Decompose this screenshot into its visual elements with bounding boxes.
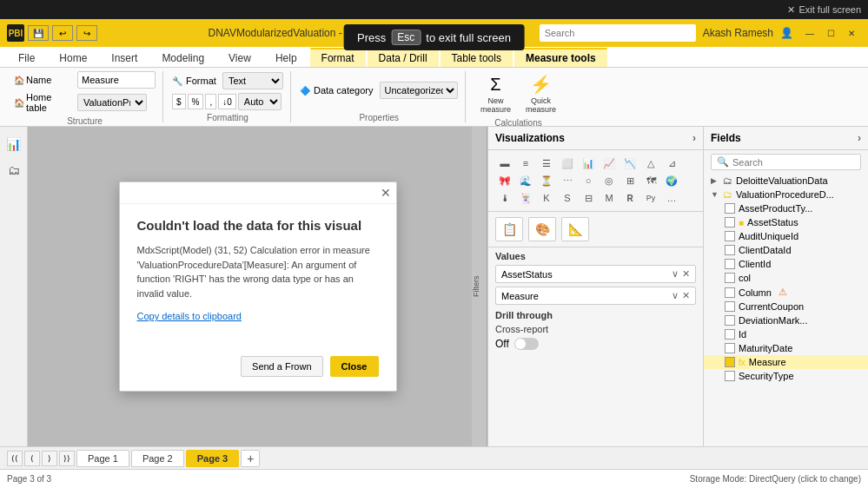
- viz-more[interactable]: …: [662, 190, 681, 206]
- tab-insert[interactable]: Insert: [100, 49, 149, 67]
- auto-select[interactable]: Auto: [238, 93, 282, 110]
- viz-line[interactable]: 📉: [620, 155, 639, 171]
- data-view-icon[interactable]: 🗂: [3, 160, 24, 181]
- tree-item-col[interactable]: col: [704, 271, 868, 285]
- tree-item-clientdataid[interactable]: ClientDataId: [704, 243, 868, 257]
- viz-map[interactable]: 🗺: [641, 173, 660, 188]
- page-tab-2[interactable]: Page 2: [131, 450, 184, 467]
- tree-item-audituniqueid[interactable]: AuditUniqueId: [704, 229, 868, 243]
- tab-measure-tools[interactable]: Measure tools: [514, 48, 607, 67]
- viz-clustered-bar[interactable]: ≡: [516, 155, 535, 171]
- fields-bucket-button[interactable]: 📋: [495, 217, 523, 241]
- audituniqueid-checkbox[interactable]: [725, 231, 735, 241]
- page-tab-1[interactable]: Page 1: [76, 450, 129, 467]
- tree-item-clientid[interactable]: ClientId: [704, 257, 868, 271]
- viz-100-column[interactable]: 📈: [600, 155, 619, 171]
- viz-slicer[interactable]: S: [558, 190, 577, 206]
- viz-table[interactable]: ⊟: [579, 190, 598, 206]
- viz-r-visual[interactable]: R: [620, 190, 639, 206]
- viz-line-col[interactable]: ⊿: [662, 155, 681, 171]
- securitytype-checkbox[interactable]: [725, 371, 735, 381]
- column-checkbox[interactable]: [725, 287, 735, 298]
- assetstatus-checkbox[interactable]: [725, 217, 735, 228]
- tree-item-securitytype[interactable]: SecurityType: [704, 369, 868, 383]
- copy-details-link[interactable]: Copy details to clipboard: [137, 311, 379, 321]
- titlebar-search-input[interactable]: [540, 24, 696, 42]
- clientid-checkbox[interactable]: [725, 259, 735, 269]
- analytics-button[interactable]: 📐: [561, 217, 589, 241]
- format-visual-button[interactable]: 🎨: [528, 217, 556, 241]
- viz-donut[interactable]: ◎: [600, 173, 619, 188]
- cross-report-toggle[interactable]: [514, 338, 539, 350]
- tree-item-measure[interactable]: fx Measure: [704, 355, 868, 369]
- viz-clustered-column[interactable]: 📊: [579, 155, 598, 171]
- window-close-button[interactable]: ✕: [842, 26, 861, 40]
- tree-item-id[interactable]: Id: [704, 327, 868, 341]
- tab-help[interactable]: Help: [264, 49, 308, 67]
- viz-gauge[interactable]: 🌡: [495, 190, 514, 206]
- asset-status-field[interactable]: AssetStatus ∨ ✕: [495, 265, 696, 283]
- viz-stacked-column[interactable]: ⬜: [558, 155, 577, 171]
- asset-status-dropdown-icon[interactable]: ∨: [672, 268, 679, 280]
- close-dialog-button[interactable]: Close: [330, 356, 379, 377]
- viz-matrix[interactable]: M: [600, 190, 619, 206]
- viz-filled-map[interactable]: 🌍: [662, 173, 681, 188]
- comma-button[interactable]: ,: [205, 94, 216, 109]
- quick-measure-button[interactable]: ⚡ Quick measure: [520, 71, 561, 116]
- tree-item-assetstatus[interactable]: ■ AssetStatus: [704, 215, 868, 229]
- viz-python[interactable]: Py: [641, 190, 660, 206]
- name-input[interactable]: [77, 71, 156, 89]
- fields-expand-button[interactable]: ›: [858, 132, 861, 144]
- tree-item-deviationmark[interactable]: DeviationMark...: [704, 313, 868, 327]
- asset-status-remove-icon[interactable]: ✕: [682, 268, 690, 280]
- save-button[interactable]: 💾: [28, 25, 49, 41]
- tree-item-deloitte[interactable]: ▶ 🗂 DeloitteValuationData: [704, 174, 868, 188]
- dialog-close-button[interactable]: ✕: [381, 186, 391, 200]
- viz-funnel[interactable]: ⏳: [537, 173, 556, 188]
- id-checkbox[interactable]: [725, 329, 735, 340]
- new-measure-button[interactable]: Σ New measure: [474, 71, 516, 116]
- viz-stacked-bar[interactable]: ▬: [495, 155, 514, 171]
- visualizations-expand-button[interactable]: ›: [692, 132, 696, 144]
- assetproductty-checkbox[interactable]: [725, 203, 735, 214]
- tab-format[interactable]: Format: [310, 48, 366, 67]
- currentcoupon-checkbox[interactable]: [725, 301, 735, 312]
- maturitydate-checkbox[interactable]: [725, 343, 735, 353]
- tab-modeling[interactable]: Modeling: [150, 49, 215, 67]
- measure-dropdown-icon[interactable]: ∨: [672, 290, 679, 301]
- tab-home[interactable]: Home: [48, 49, 98, 67]
- maximize-button[interactable]: ☐: [821, 26, 840, 40]
- add-page-button[interactable]: +: [241, 450, 260, 467]
- storage-mode-label[interactable]: Storage Mode: DirectQuery (click to chan…: [690, 474, 861, 484]
- viz-treemap[interactable]: ⊞: [620, 173, 639, 188]
- tree-item-column[interactable]: Column ⚠: [704, 285, 868, 300]
- tab-file[interactable]: File: [7, 49, 46, 67]
- page-last-button[interactable]: ⟩⟩: [59, 451, 75, 466]
- deviationmark-checkbox[interactable]: [725, 315, 735, 326]
- report-view-icon[interactable]: 📊: [3, 134, 24, 155]
- percent-button[interactable]: %: [188, 94, 204, 109]
- measure-remove-icon[interactable]: ✕: [682, 290, 690, 301]
- viz-scatter[interactable]: ⋯: [558, 173, 577, 188]
- clientdataid-checkbox[interactable]: [725, 245, 735, 255]
- page-tab-3[interactable]: Page 3: [186, 450, 239, 467]
- tab-view[interactable]: View: [217, 49, 262, 67]
- col-checkbox[interactable]: [725, 273, 735, 283]
- tree-item-valuation[interactable]: ▼ 🗂 ValuationProcedureD...: [704, 188, 868, 201]
- tree-item-maturitydate[interactable]: MaturityDate: [704, 341, 868, 355]
- currency-button[interactable]: $: [172, 94, 186, 109]
- viz-pie[interactable]: ○: [579, 173, 598, 188]
- page-next-button[interactable]: ⟩: [42, 451, 57, 466]
- viz-kpi[interactable]: K: [537, 190, 556, 206]
- page-prev-button[interactable]: ⟨: [24, 451, 40, 466]
- viz-waterfall[interactable]: 🌊: [516, 173, 535, 188]
- data-category-select[interactable]: Uncategorized: [380, 82, 458, 99]
- tree-item-currentcoupon[interactable]: CurrentCoupon: [704, 300, 868, 313]
- home-table-select[interactable]: ValuationProcedur...: [77, 94, 147, 111]
- format-select[interactable]: Text: [222, 72, 283, 89]
- send-frown-button[interactable]: Send a Frown: [241, 356, 322, 377]
- undo-button[interactable]: ↩: [52, 25, 73, 41]
- viz-area[interactable]: △: [641, 155, 660, 171]
- decrease-decimal-button[interactable]: ↓0: [218, 94, 236, 109]
- viz-ribbon[interactable]: 🎀: [495, 173, 514, 188]
